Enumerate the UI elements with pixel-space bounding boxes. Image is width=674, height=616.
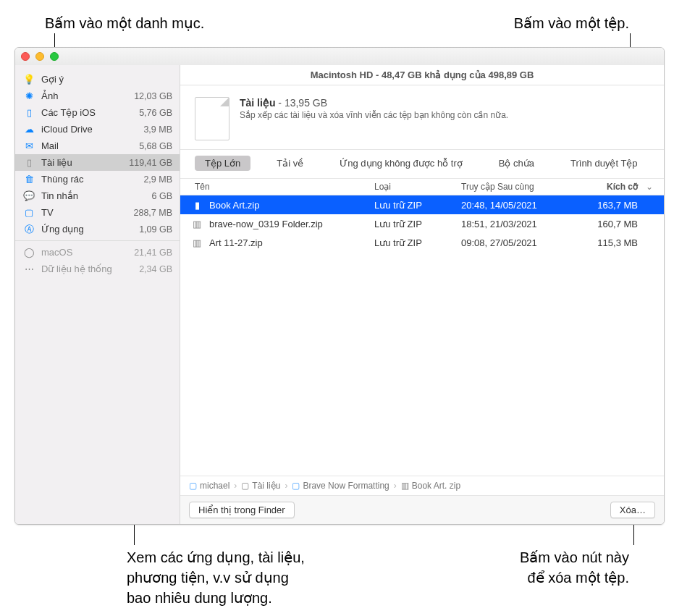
atom-icon: ✺: [22, 90, 35, 101]
sidebar-item-size: 12,03 GB: [134, 91, 172, 101]
file-type: Lưu trữ ZIP: [374, 237, 461, 248]
sidebar: 💡 Gợi ý ✺ Ảnh 12,03 GB ▯ Các Tệp iOS 5,7…: [15, 65, 180, 524]
dots-icon: ⋯: [22, 263, 35, 274]
storage-window: 💡 Gợi ý ✺ Ảnh 12,03 GB ▯ Các Tệp iOS 5,7…: [14, 47, 665, 525]
detail-header: Tài liệu - 13,95 GB Sắp xếp các tài liệu…: [180, 85, 664, 150]
chevron-down-icon[interactable]: ⌄: [642, 182, 657, 192]
window-title: Macintosh HD - 48,47 GB khả dụng của 498…: [180, 65, 664, 85]
delete-button[interactable]: Xóa…: [610, 502, 655, 518]
col-date[interactable]: Truy cập Sau cùng: [461, 182, 577, 192]
sidebar-item-macos: ◯ macOS 21,41 GB: [15, 244, 180, 261]
chevron-right-icon: ›: [234, 481, 237, 491]
table-row[interactable]: ▥ Art 11-27.zip Lưu trữ ZIP 09:08, 27/05…: [180, 233, 664, 252]
envelope-icon: ✉: [22, 140, 35, 151]
bottom-bar: Hiển thị trong Finder Xóa…: [180, 495, 664, 524]
table-row[interactable]: ▮ Book Art.zip Lưu trữ ZIP 20:48, 14/05/…: [180, 195, 664, 214]
sidebar-item-ios-files[interactable]: ▯ Các Tệp iOS 5,76 GB: [15, 104, 180, 121]
tab-unsupported-apps[interactable]: Ứng dụng không được hỗ trợ: [329, 156, 473, 171]
sidebar-item-trash[interactable]: 🗑 Thùng rác 2,9 MB: [15, 171, 180, 187]
callout-top-left: Bấm vào một danh mục.: [45, 13, 204, 33]
sidebar-item-label: Gợi ý: [41, 74, 172, 85]
sidebar-item-suggestions[interactable]: 💡 Gợi ý: [15, 71, 180, 88]
sidebar-item-label: macOS: [41, 247, 134, 258]
sidebar-item-label: Tài liệu: [41, 157, 129, 168]
sidebar-item-label: Dữ liệu hệ thống: [41, 263, 139, 274]
sidebar-item-size: 1,09 GB: [139, 224, 172, 235]
sidebar-item-size: 5,76 GB: [139, 108, 172, 118]
sidebar-item-size: 21,41 GB: [134, 248, 172, 258]
path-segment[interactable]: ▢ Brave Now Formatting: [292, 481, 389, 491]
doc-icon: ▯: [22, 157, 35, 168]
sidebar-item-tv[interactable]: ▢ TV 288,7 MB: [15, 204, 180, 221]
file-size: 160,7 MB: [577, 219, 642, 229]
titlebar: [15, 48, 664, 65]
sidebar-item-size: 3,9 MB: [143, 125, 172, 135]
tabs: Tệp Lớn Tải về Ứng dụng không được hỗ tr…: [180, 150, 664, 179]
sidebar-item-system-data: ⋯ Dữ liệu hệ thống 2,34 GB: [15, 261, 180, 277]
circle-icon: ◯: [22, 247, 35, 258]
table-row[interactable]: ▥ brave-now_0319 Folder.zip Lưu trữ ZIP …: [180, 214, 664, 233]
file-date: 18:51, 21/03/2021: [461, 219, 577, 229]
callout-top-right: Bấm vào một tệp.: [514, 13, 629, 33]
file-date: 09:08, 27/05/2021: [461, 237, 577, 248]
col-size[interactable]: Kích cỡ: [577, 182, 642, 192]
file-name: Book Art.zip: [209, 200, 374, 211]
sidebar-item-label: Tin nhắn: [41, 190, 152, 201]
sidebar-item-apps[interactable]: Ⓐ Ứng dụng 1,09 GB: [15, 221, 180, 237]
table-header: Tên Loại Truy cập Sau cùng Kích cỡ ⌄: [180, 179, 664, 195]
callout-bottom-left: Xem các ứng dụng, tài liệu, phương tiện,…: [127, 547, 305, 608]
sidebar-item-label: Các Tệp iOS: [41, 107, 139, 118]
path-label: Book Art. zip: [412, 481, 460, 491]
bubble-icon: 💬: [22, 190, 35, 201]
sidebar-item-label: iCloud Drive: [41, 124, 143, 135]
file-list: ▮ Book Art.zip Lưu trữ ZIP 20:48, 14/05/…: [180, 195, 664, 476]
sidebar-item-label: Ảnh: [41, 90, 134, 101]
close-icon[interactable]: [21, 52, 30, 61]
callout-bottom-right: Bấm vào nút này để xóa một tệp.: [520, 547, 629, 588]
zip-icon: ▥: [190, 219, 203, 229]
sidebar-item-label: Mail: [41, 140, 139, 151]
minimize-icon[interactable]: [35, 52, 44, 61]
detail-title-size: 13,95 GB: [285, 97, 327, 109]
sidebar-item-documents[interactable]: ▯ Tài liệu 119,41 GB: [15, 154, 180, 171]
sidebar-item-photos[interactable]: ✺ Ảnh 12,03 GB: [15, 88, 180, 104]
path-segment[interactable]: ▥ Book Art. zip: [401, 481, 460, 491]
sidebar-item-label: Ứng dụng: [41, 224, 139, 235]
col-name[interactable]: Tên: [188, 182, 374, 192]
show-in-finder-button[interactable]: Hiển thị trong Finder: [189, 502, 295, 518]
sidebar-item-size: 6 GB: [152, 191, 173, 201]
folder-icon: ▢: [292, 481, 300, 491]
zoom-icon[interactable]: [50, 52, 59, 61]
zip-icon: ▥: [190, 237, 203, 248]
file-type: Lưu trữ ZIP: [374, 200, 461, 211]
folder-icon: ▢: [241, 481, 249, 491]
path-bar: ▢ michael › ▢ Tài liệu › ▢ Brave Now For…: [180, 476, 664, 495]
tv-icon: ▢: [22, 207, 35, 218]
path-segment[interactable]: ▢ michael: [189, 481, 229, 491]
sidebar-item-size: 288,7 MB: [133, 208, 172, 218]
tab-file-browser[interactable]: Trình duyệt Tệp: [560, 156, 648, 171]
sidebar-item-label: Thùng rác: [41, 174, 143, 185]
sidebar-item-size: 2,9 MB: [143, 174, 172, 185]
sidebar-item-messages[interactable]: 💬 Tin nhắn 6 GB: [15, 187, 180, 204]
file-name: brave-now_0319 Folder.zip: [209, 219, 374, 229]
chevron-right-icon: ›: [394, 481, 397, 491]
app-icon: Ⓐ: [22, 223, 35, 236]
path-segment[interactable]: ▢ Tài liệu: [241, 481, 280, 491]
path-label: Tài liệu: [252, 481, 280, 491]
file-size: 115,3 MB: [577, 237, 642, 248]
chevron-right-icon: ›: [285, 481, 287, 491]
sidebar-item-icloud[interactable]: ☁ iCloud Drive 3,9 MB: [15, 121, 180, 138]
zip-icon: ▥: [401, 481, 409, 491]
tab-containers[interactable]: Bộ chứa: [489, 156, 544, 171]
tab-downloads[interactable]: Tải về: [266, 156, 313, 171]
detail-title: Tài liệu - 13,95 GB: [240, 97, 649, 109]
sidebar-item-mail[interactable]: ✉ Mail 5,68 GB: [15, 138, 180, 154]
documents-icon: [195, 97, 229, 140]
col-type[interactable]: Loại: [374, 182, 461, 192]
sidebar-item-size: 2,34 GB: [139, 264, 172, 274]
tab-large-files[interactable]: Tệp Lớn: [195, 156, 250, 171]
path-label: Brave Now Formatting: [303, 481, 389, 491]
trash-icon: 🗑: [22, 174, 35, 185]
file-type: Lưu trữ ZIP: [374, 219, 461, 229]
